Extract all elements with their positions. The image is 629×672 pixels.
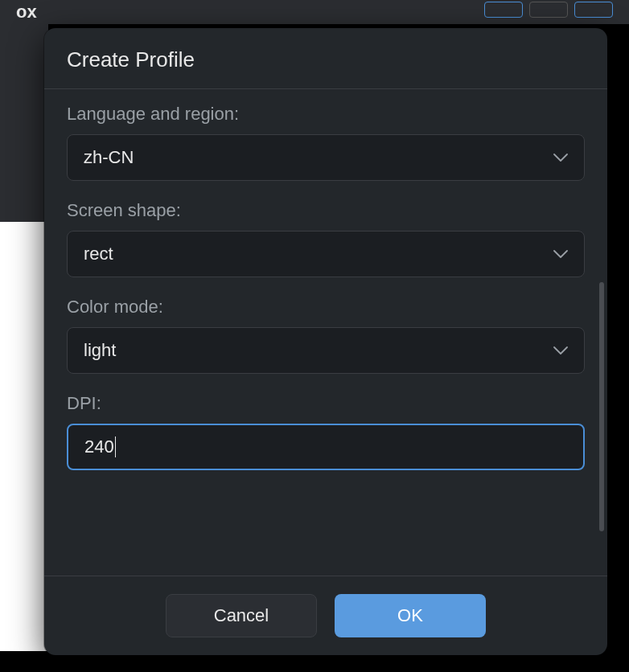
chevron-down-icon bbox=[553, 150, 568, 165]
dialog-header: Create Profile bbox=[44, 28, 607, 89]
dialog-body: Language and region: zh-CN Screen shape:… bbox=[44, 89, 607, 576]
app-title-fragment: ox bbox=[16, 2, 37, 23]
screen-shape-field: Screen shape: rect bbox=[67, 200, 585, 277]
chevron-down-icon bbox=[553, 343, 568, 358]
dialog-title: Create Profile bbox=[67, 47, 585, 72]
toolbar-icons-group bbox=[484, 0, 613, 24]
dpi-value: 240 bbox=[84, 436, 114, 457]
cancel-button[interactable]: Cancel bbox=[166, 594, 317, 637]
dpi-input[interactable]: 240 bbox=[67, 424, 585, 470]
language-region-select[interactable]: zh-CN bbox=[67, 134, 585, 181]
toolbar-icon[interactable] bbox=[529, 2, 568, 18]
language-region-field: Language and region: zh-CN bbox=[67, 104, 585, 181]
toolbar-icon[interactable] bbox=[574, 2, 613, 18]
screen-shape-select[interactable]: rect bbox=[67, 231, 585, 277]
language-region-label: Language and region: bbox=[67, 104, 585, 125]
language-region-value: zh-CN bbox=[84, 147, 553, 168]
dialog-footer: Cancel OK bbox=[44, 576, 607, 655]
dpi-label: DPI: bbox=[67, 393, 585, 414]
scrollbar-thumb[interactable] bbox=[599, 282, 604, 531]
dpi-field: DPI: 240 bbox=[67, 393, 585, 470]
screen-shape-value: rect bbox=[84, 244, 553, 264]
ok-button[interactable]: OK bbox=[335, 594, 486, 637]
color-mode-select[interactable]: light bbox=[67, 327, 585, 374]
create-profile-dialog: Create Profile Language and region: zh-C… bbox=[44, 28, 607, 655]
toolbar-icon[interactable] bbox=[484, 2, 523, 18]
color-mode-value: light bbox=[84, 340, 553, 361]
background-panel bbox=[0, 24, 48, 651]
color-mode-label: Color mode: bbox=[67, 297, 585, 318]
screen-shape-label: Screen shape: bbox=[67, 200, 585, 221]
text-caret bbox=[115, 436, 117, 457]
color-mode-field: Color mode: light bbox=[67, 297, 585, 374]
chevron-down-icon bbox=[553, 247, 568, 261]
